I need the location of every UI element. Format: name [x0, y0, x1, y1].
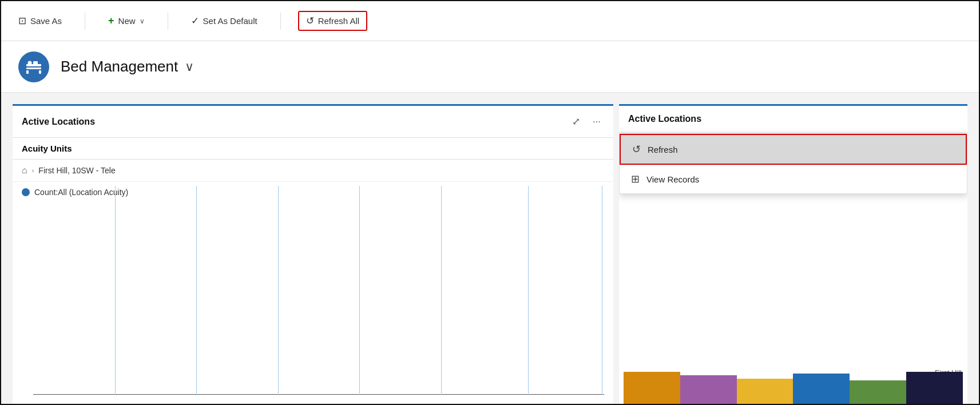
- chart-area: [13, 180, 613, 405]
- acuity-units-header: Acuity Units: [13, 138, 613, 160]
- chart-line-3: [278, 186, 279, 395]
- right-panel-title: Active Locations: [628, 114, 701, 124]
- left-panel-title: Active Locations: [22, 117, 95, 127]
- new-label: New: [118, 16, 136, 26]
- left-panel-actions: ⤢ ···: [569, 114, 604, 129]
- right-panel-header: Active Locations: [619, 106, 967, 133]
- more-options-button[interactable]: ···: [589, 114, 604, 129]
- content-area: Active Locations ⤢ ··· Acuity Units ⌂ › …: [1, 93, 979, 405]
- chart-line-4: [359, 186, 360, 395]
- expand-button[interactable]: ⤢: [569, 114, 584, 129]
- page-title-chevron-icon[interactable]: ∨: [185, 59, 194, 74]
- svg-rect-1: [26, 68, 41, 69]
- view-records-label: View Records: [646, 174, 699, 184]
- set-as-default-label: Set As Default: [203, 16, 257, 26]
- bar-blue: [793, 374, 850, 405]
- acuity-units-label: Acuity Units: [22, 144, 72, 153]
- bar-orange: [624, 372, 680, 405]
- page-header: Bed Management ∨: [1, 41, 979, 93]
- svg-point-5: [28, 61, 32, 65]
- save-as-label: Save As: [30, 16, 62, 26]
- dropdown-menu: ↺ Refresh ⊞ View Records: [619, 133, 967, 194]
- location-text: First Hill, 10SW - Tele: [38, 166, 115, 175]
- separator-2: [168, 13, 168, 30]
- chart-line-2: [196, 186, 197, 395]
- refresh-all-label: Refresh All: [318, 16, 360, 26]
- view-records-menu-item[interactable]: ⊞ View Records: [620, 165, 967, 193]
- chart-line-7: [602, 186, 602, 395]
- bed-management-icon: [25, 58, 42, 76]
- separator-3: [280, 13, 281, 30]
- bar-purple: [680, 375, 737, 405]
- bar-green: [850, 380, 906, 405]
- refresh-menu-icon: ↺: [632, 143, 641, 156]
- chart-line-6: [528, 186, 529, 395]
- set-as-default-button[interactable]: ✓ Set As Default: [185, 11, 263, 30]
- page-title: Bed Management: [61, 58, 178, 76]
- location-row[interactable]: ⌂ › First Hill, 10SW - Tele: [13, 160, 613, 182]
- chart-line-5: [441, 186, 442, 395]
- page-title-area: Bed Management ∨: [61, 58, 194, 76]
- refresh-all-button[interactable]: ↺ Refresh All: [298, 11, 368, 31]
- bar-yellow: [737, 379, 793, 405]
- new-button[interactable]: + New ∨: [102, 11, 150, 30]
- right-panel: Active Locations ↺ Refresh ⊞ View Record…: [619, 104, 967, 405]
- left-panel-header: Active Locations ⤢ ···: [13, 106, 613, 138]
- toolbar: ⊡ Save As + New ∨ ✓ Set As Default ↺ Ref…: [1, 1, 979, 41]
- chart-line-1: [115, 186, 116, 395]
- bar-dark-navy: [906, 372, 963, 405]
- svg-rect-2: [26, 70, 29, 74]
- set-default-check-icon: ✓: [191, 15, 199, 27]
- chart-baseline: [33, 394, 604, 395]
- save-as-icon: ⊡: [18, 15, 26, 27]
- location-chevron-icon: ›: [32, 167, 34, 174]
- app-icon: [18, 51, 49, 82]
- separator-1: [85, 13, 85, 30]
- left-panel: Active Locations ⤢ ··· Acuity Units ⌂ › …: [13, 104, 613, 405]
- refresh-menu-item[interactable]: ↺ Refresh: [620, 134, 967, 165]
- new-chevron-icon: ∨: [140, 17, 145, 25]
- view-records-icon: ⊞: [631, 173, 640, 185]
- chart-lines: [22, 186, 604, 400]
- svg-rect-4: [33, 61, 38, 65]
- svg-rect-3: [39, 70, 41, 74]
- new-plus-icon: +: [108, 15, 114, 27]
- refresh-all-icon: ↺: [306, 15, 314, 27]
- refresh-menu-label: Refresh: [648, 145, 678, 154]
- home-icon: ⌂: [22, 165, 27, 176]
- save-as-button[interactable]: ⊡ Save As: [13, 11, 68, 30]
